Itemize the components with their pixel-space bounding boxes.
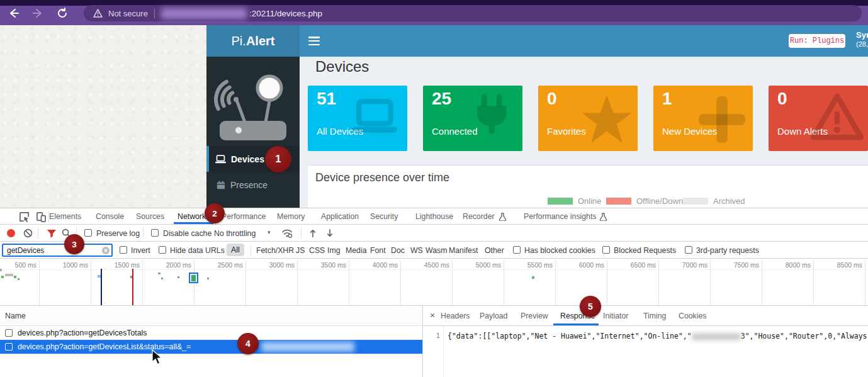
name-column-header[interactable]: Name [5,312,26,320]
request-name[interactable]: devices.php?action=getDevicesTotals [18,329,147,337]
waterfall-selection-box[interactable] [189,273,198,283]
response-json[interactable]: {"data":[["laptop","Net - Huawei","Inter… [448,332,868,340]
disable-cache-label[interactable]: Disable cache [163,229,211,238]
card-down-alerts[interactable]: 0 Down Alerts [769,86,868,151]
waterfall-request-mark[interactable] [14,276,16,278]
run-plugins-button[interactable]: Run: Plugins [789,34,845,48]
app-logo[interactable]: Pi.Alert [206,25,300,57]
card-new-devices[interactable]: 1 New Devices [653,86,753,151]
tab-network[interactable]: Network [178,212,206,221]
response-content[interactable]: 1 {"data":[["laptop","Net - Huawei","Int… [424,326,868,377]
record-icon[interactable] [7,229,15,237]
import-har-icon[interactable] [308,228,317,238]
ruler-tick-label: 8000 ms [763,261,811,269]
close-icon[interactable]: × [430,310,435,320]
tab-recorder[interactable]: Recorder [463,212,495,221]
tab-preview[interactable]: Preview [521,312,548,320]
ruler-tick-label: 6000 ms [556,261,604,269]
tab-headers[interactable]: Headers [441,312,470,320]
request-list-header[interactable]: Name [0,306,422,326]
tab-initiator[interactable]: Initiator [603,312,628,320]
filter-type-media[interactable]: Media [346,246,367,255]
tab-console[interactable]: Console [96,212,124,221]
inspect-element-icon[interactable] [19,211,30,222]
filter-input[interactable] [2,244,113,257]
waterfall-request-mark[interactable] [130,276,132,278]
has-blocked-cookies-label[interactable]: Has blocked cookies [524,246,595,255]
request-checkbox[interactable] [5,343,13,351]
preserve-log-label[interactable]: Preserve log [96,229,140,238]
waterfall-request-mark[interactable] [18,278,20,280]
third-party-requests-checkbox[interactable] [685,246,692,254]
sidebar-item-presence[interactable]: Presence [206,172,300,198]
waterfall-request-mark[interactable] [0,269,2,271]
hide-data-urls-checkbox[interactable] [159,246,166,254]
filter-type-wasm[interactable]: Wasm [426,246,447,255]
request-row-selected[interactable]: devices.php?action=getDevicesList&status… [0,340,422,354]
third-party-requests-label[interactable]: 3rd-party requests [696,246,759,255]
tab-performance[interactable]: Performance [222,212,266,221]
tab-application[interactable]: Application [321,212,359,221]
tab-memory[interactable]: Memory [277,212,305,221]
request-checkbox[interactable] [5,329,13,337]
hamburger-icon[interactable] [308,37,320,45]
waterfall-request-mark[interactable] [532,276,534,279]
preserve-log-checkbox[interactable] [84,229,92,237]
waterfall-request-mark[interactable] [1,276,4,278]
tab-lighthouse[interactable]: Lighthouse [415,212,453,221]
chevron-down-icon[interactable]: ▾ [268,229,271,235]
waterfall-request-mark[interactable] [5,274,13,276]
export-har-icon[interactable] [325,228,334,238]
filter-type-ws[interactable]: WS [410,246,423,255]
tab-payload[interactable]: Payload [480,312,507,320]
ruler-gridline [297,260,298,305]
device-toolbar-icon[interactable] [36,211,47,222]
has-blocked-cookies-checkbox[interactable] [513,246,521,254]
filter-type-css[interactable]: CSS [309,246,325,255]
waterfall-request-mark[interactable] [98,275,101,278]
address-bar[interactable]: Not secure :20211/devices.php [84,5,862,21]
waterfall-overview[interactable]: 500 ms1000 ms1500 ms2000 ms2500 ms3000 m… [0,259,868,306]
tab-cookies[interactable]: Cookies [679,312,706,320]
waterfall-request-mark[interactable] [161,278,163,279]
card-connected[interactable]: 25 Connected [423,86,522,151]
filter-type-img[interactable]: Img [327,246,341,255]
blocked-requests-checkbox[interactable] [602,246,610,254]
url-text[interactable]: :20211/devices.php [249,9,322,18]
filter-type-font[interactable]: Font [370,246,386,255]
filter-type-doc[interactable]: Doc [391,246,405,255]
card-all-devices[interactable]: 51 All Devices [308,86,407,151]
waterfall-request-mark[interactable] [178,276,179,278]
filter-type-other[interactable]: Other [485,246,504,255]
tab-security[interactable]: Security [370,212,398,221]
blocked-requests-label[interactable]: Blocked Requests [614,246,676,255]
filter-type-js[interactable]: JS [296,246,305,255]
filter-type-fetch-xhr[interactable]: Fetch/XHR [256,246,294,255]
waterfall-request-mark[interactable] [207,278,209,279]
tab-sources[interactable]: Sources [136,212,164,221]
request-name[interactable]: devices.php?action=getDevicesList&status… [18,342,191,351]
waterfall-request-mark[interactable] [158,273,161,274]
throttling-select[interactable]: No throttling [214,229,256,238]
network-conditions-icon[interactable] [281,228,293,238]
forward-icon[interactable] [32,8,43,19]
annotation-step-4: 4 [237,333,259,354]
back-icon[interactable] [8,8,20,19]
card-favorites[interactable]: 0 Favorites [538,86,638,151]
invert-checkbox[interactable] [120,246,127,254]
filter-icon[interactable] [47,229,57,238]
tab-timing[interactable]: Timing [643,312,666,320]
disable-cache-checkbox[interactable] [151,229,159,237]
hide-data-urls-label[interactable]: Hide data URLs [170,246,225,255]
clear-icon[interactable] [23,228,33,238]
tab-elements[interactable]: Elements [49,212,81,221]
filter-type-all[interactable]: All [227,244,244,256]
invert-label[interactable]: Invert [131,246,150,255]
presence-panel: Device presence over time Online Offline… [308,165,868,208]
reload-icon[interactable] [57,8,68,19]
clear-filter-icon[interactable] [102,247,110,254]
tab-performance-insights[interactable]: Performance insights [524,212,597,221]
request-row[interactable]: devices.php?action=getDevicesTotals [0,326,422,340]
security-label[interactable]: Not secure [108,9,148,18]
filter-type-manifest[interactable]: Manifest [449,246,478,255]
